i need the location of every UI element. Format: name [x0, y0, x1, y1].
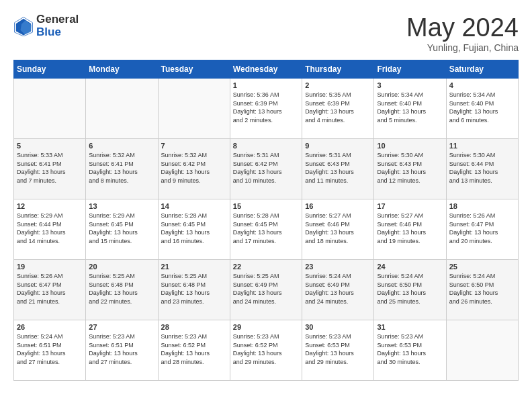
calendar-cell: 14Sunrise: 5:28 AM Sunset: 6:45 PM Dayli… — [158, 199, 230, 260]
calendar-cell: 6Sunrise: 5:32 AM Sunset: 6:41 PM Daylig… — [86, 139, 158, 199]
calendar-cell: 3Sunrise: 5:34 AM Sunset: 6:40 PM Daylig… — [374, 79, 446, 139]
day-header-tuesday: Tuesday — [158, 60, 230, 79]
day-info: Sunrise: 5:29 AM Sunset: 6:44 PM Dayligh… — [17, 212, 83, 245]
day-header-friday: Friday — [374, 60, 446, 79]
calendar-cell: 20Sunrise: 5:25 AM Sunset: 6:48 PM Dayli… — [86, 260, 158, 320]
day-number: 2 — [305, 81, 371, 89]
day-info: Sunrise: 5:36 AM Sunset: 6:39 PM Dayligh… — [233, 91, 299, 124]
logo-general: General — [36, 13, 79, 26]
day-info: Sunrise: 5:23 AM Sunset: 6:53 PM Dayligh… — [377, 332, 443, 366]
day-number: 25 — [449, 263, 515, 271]
day-number: 5 — [17, 142, 83, 150]
calendar-week-1: 1Sunrise: 5:36 AM Sunset: 6:39 PM Daylig… — [14, 79, 519, 139]
calendar-cell: 31Sunrise: 5:23 AM Sunset: 6:53 PM Dayli… — [374, 320, 446, 381]
day-number: 23 — [305, 263, 371, 271]
calendar-week-5: 26Sunrise: 5:24 AM Sunset: 6:51 PM Dayli… — [14, 320, 519, 381]
day-number: 14 — [161, 202, 227, 210]
day-info: Sunrise: 5:35 AM Sunset: 6:39 PM Dayligh… — [305, 91, 371, 124]
day-info: Sunrise: 5:32 AM Sunset: 6:42 PM Dayligh… — [161, 151, 227, 185]
day-number: 1 — [233, 81, 299, 89]
day-number: 19 — [17, 263, 83, 271]
day-info: Sunrise: 5:23 AM Sunset: 6:53 PM Dayligh… — [305, 332, 371, 366]
day-number: 26 — [17, 323, 83, 331]
day-number: 29 — [233, 323, 299, 331]
logo: General Blue — [13, 13, 79, 38]
calendar-cell: 26Sunrise: 5:24 AM Sunset: 6:51 PM Dayli… — [14, 320, 86, 381]
calendar-cell: 8Sunrise: 5:31 AM Sunset: 6:42 PM Daylig… — [230, 139, 302, 199]
calendar-week-2: 5Sunrise: 5:33 AM Sunset: 6:41 PM Daylig… — [14, 139, 519, 199]
day-info: Sunrise: 5:30 AM Sunset: 6:44 PM Dayligh… — [449, 151, 515, 185]
day-number: 3 — [377, 81, 443, 89]
calendar-cell: 1Sunrise: 5:36 AM Sunset: 6:39 PM Daylig… — [230, 79, 302, 139]
day-info: Sunrise: 5:25 AM Sunset: 6:49 PM Dayligh… — [233, 272, 299, 306]
calendar-cell: 5Sunrise: 5:33 AM Sunset: 6:41 PM Daylig… — [14, 139, 86, 199]
day-info: Sunrise: 5:33 AM Sunset: 6:41 PM Dayligh… — [17, 151, 83, 185]
day-number: 16 — [305, 202, 371, 210]
day-info: Sunrise: 5:31 AM Sunset: 6:42 PM Dayligh… — [233, 151, 299, 185]
day-number: 18 — [449, 202, 515, 210]
day-header-thursday: Thursday — [302, 60, 374, 79]
calendar-week-4: 19Sunrise: 5:26 AM Sunset: 6:47 PM Dayli… — [14, 260, 519, 320]
calendar-cell: 22Sunrise: 5:25 AM Sunset: 6:49 PM Dayli… — [230, 260, 302, 320]
day-number: 6 — [89, 142, 154, 150]
calendar-cell: 2Sunrise: 5:35 AM Sunset: 6:39 PM Daylig… — [302, 79, 374, 139]
day-number: 4 — [449, 81, 515, 89]
day-number: 28 — [161, 323, 227, 331]
day-header-wednesday: Wednesday — [230, 60, 302, 79]
day-info: Sunrise: 5:23 AM Sunset: 6:52 PM Dayligh… — [161, 332, 227, 366]
day-number: 31 — [377, 323, 443, 331]
day-number: 7 — [161, 142, 227, 150]
day-number: 12 — [17, 202, 83, 210]
day-info: Sunrise: 5:26 AM Sunset: 6:47 PM Dayligh… — [17, 272, 83, 306]
calendar-cell: 17Sunrise: 5:27 AM Sunset: 6:46 PM Dayli… — [374, 199, 446, 260]
calendar-cell — [14, 79, 86, 139]
calendar-cell: 27Sunrise: 5:23 AM Sunset: 6:51 PM Dayli… — [86, 320, 158, 381]
calendar-cell: 24Sunrise: 5:24 AM Sunset: 6:50 PM Dayli… — [374, 260, 446, 320]
day-number: 11 — [449, 142, 515, 150]
day-number: 8 — [233, 142, 299, 150]
location: Yunling, Fujian, China — [406, 42, 519, 53]
calendar-cell: 4Sunrise: 5:34 AM Sunset: 6:40 PM Daylig… — [446, 79, 518, 139]
day-info: Sunrise: 5:24 AM Sunset: 6:51 PM Dayligh… — [17, 332, 83, 366]
day-info: Sunrise: 5:27 AM Sunset: 6:46 PM Dayligh… — [377, 212, 443, 245]
calendar-cell: 10Sunrise: 5:30 AM Sunset: 6:43 PM Dayli… — [374, 139, 446, 199]
calendar-cell: 11Sunrise: 5:30 AM Sunset: 6:44 PM Dayli… — [446, 139, 518, 199]
title-block: May 2024 Yunling, Fujian, China — [406, 13, 519, 53]
day-info: Sunrise: 5:32 AM Sunset: 6:41 PM Dayligh… — [89, 151, 154, 185]
day-number: 13 — [89, 202, 154, 210]
calendar-cell: 13Sunrise: 5:29 AM Sunset: 6:45 PM Dayli… — [86, 199, 158, 260]
calendar-cell: 18Sunrise: 5:26 AM Sunset: 6:47 PM Dayli… — [446, 199, 518, 260]
calendar-cell — [446, 320, 518, 381]
day-info: Sunrise: 5:28 AM Sunset: 6:45 PM Dayligh… — [161, 212, 227, 245]
logo-blue: Blue — [36, 26, 79, 39]
logo-icon — [13, 16, 34, 36]
day-info: Sunrise: 5:34 AM Sunset: 6:40 PM Dayligh… — [449, 91, 515, 124]
day-info: Sunrise: 5:25 AM Sunset: 6:48 PM Dayligh… — [89, 272, 154, 306]
day-info: Sunrise: 5:29 AM Sunset: 6:45 PM Dayligh… — [89, 212, 154, 245]
logo-text: General Blue — [36, 13, 79, 38]
day-number: 20 — [89, 263, 154, 271]
calendar-cell: 9Sunrise: 5:31 AM Sunset: 6:43 PM Daylig… — [302, 139, 374, 199]
calendar-cell: 23Sunrise: 5:24 AM Sunset: 6:49 PM Dayli… — [302, 260, 374, 320]
month-title: May 2024 — [406, 13, 519, 42]
day-header-saturday: Saturday — [446, 60, 518, 79]
day-info: Sunrise: 5:31 AM Sunset: 6:43 PM Dayligh… — [305, 151, 371, 185]
day-info: Sunrise: 5:24 AM Sunset: 6:50 PM Dayligh… — [377, 272, 443, 306]
calendar-cell: 29Sunrise: 5:23 AM Sunset: 6:52 PM Dayli… — [230, 320, 302, 381]
day-number: 24 — [377, 263, 443, 271]
calendar-cell: 12Sunrise: 5:29 AM Sunset: 6:44 PM Dayli… — [14, 199, 86, 260]
day-number: 10 — [377, 142, 443, 150]
day-info: Sunrise: 5:34 AM Sunset: 6:40 PM Dayligh… — [377, 91, 443, 124]
calendar-cell: 25Sunrise: 5:24 AM Sunset: 6:50 PM Dayli… — [446, 260, 518, 320]
day-number: 22 — [233, 263, 299, 271]
calendar-table: SundayMondayTuesdayWednesdayThursdayFrid… — [13, 60, 519, 381]
day-number: 30 — [305, 323, 371, 331]
day-info: Sunrise: 5:24 AM Sunset: 6:50 PM Dayligh… — [449, 272, 515, 306]
calendar-week-3: 12Sunrise: 5:29 AM Sunset: 6:44 PM Dayli… — [14, 199, 519, 260]
calendar-cell: 7Sunrise: 5:32 AM Sunset: 6:42 PM Daylig… — [158, 139, 230, 199]
page-header: General Blue May 2024 Yunling, Fujian, C… — [13, 13, 519, 53]
day-info: Sunrise: 5:23 AM Sunset: 6:51 PM Dayligh… — [89, 332, 154, 366]
calendar-cell: 21Sunrise: 5:25 AM Sunset: 6:48 PM Dayli… — [158, 260, 230, 320]
header-row: SundayMondayTuesdayWednesdayThursdayFrid… — [14, 60, 519, 79]
calendar-cell: 19Sunrise: 5:26 AM Sunset: 6:47 PM Dayli… — [14, 260, 86, 320]
